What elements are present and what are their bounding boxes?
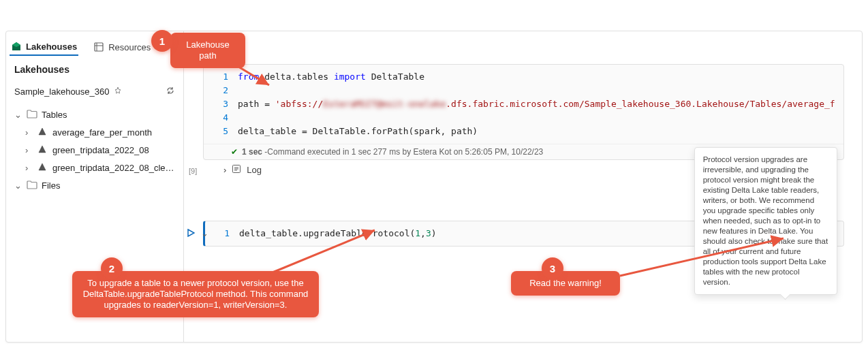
code-editor[interactable]: 1from delta.tables import DeltaTable 2 3…	[204, 65, 843, 144]
tab-label: Lakehouses	[26, 42, 77, 52]
chevron-down-icon: ⌄	[14, 180, 22, 191]
code-cell-1[interactable]: [9] 1from delta.tables import DeltaTable…	[203, 64, 844, 160]
folder-icon	[27, 180, 37, 191]
chevron-right-icon: ›	[25, 163, 33, 173]
delta-table-icon	[37, 127, 48, 138]
pin-icon[interactable]	[114, 86, 122, 97]
tree-node-table[interactable]: › green_tripdata_2022_08_cleans...	[6, 159, 183, 176]
folder-icon	[27, 109, 37, 120]
log-icon	[232, 164, 241, 176]
callout-3: Read the warning!	[511, 271, 620, 296]
callout-badge-3: 3	[542, 257, 563, 279]
chevron-down-icon: ⌄	[14, 110, 22, 120]
tree: ⌄ Tables › average_fare_per_month › gree…	[6, 103, 183, 197]
chevron-right-icon: ›	[25, 145, 33, 155]
tree-node-files[interactable]: ⌄ Files	[6, 176, 183, 194]
tree-node-tables[interactable]: ⌄ Tables	[6, 106, 183, 123]
warning-tooltip: Protocol version upgrades are irreversib…	[694, 147, 837, 295]
sidebar-heading: Lakehouses	[6, 59, 183, 80]
lakehouse-icon	[11, 41, 22, 52]
callout-badge-2: 2	[101, 257, 123, 279]
lakehouse-name-text: Sample_lakehouse_360	[14, 86, 110, 97]
tree-node-table[interactable]: › average_fare_per_month	[6, 123, 183, 141]
check-icon: ✔	[231, 147, 238, 157]
svg-rect-0	[95, 43, 103, 51]
lakehouse-selector[interactable]: Sample_lakehouse_360	[6, 80, 183, 103]
tab-label: Resources	[108, 42, 151, 52]
tree-node-table[interactable]: › green_tripdata_2022_08	[6, 141, 183, 159]
run-dropdown[interactable]: ⌄	[198, 227, 211, 239]
callout-badge-1: 1	[151, 30, 173, 52]
delta-table-icon	[37, 144, 48, 155]
tree-label: average_fare_per_month	[52, 127, 152, 138]
tree-label: Tables	[42, 110, 67, 120]
cell-run-controls: ⌄	[185, 227, 211, 239]
resources-icon	[93, 42, 104, 52]
tree-label: Files	[42, 180, 60, 191]
chevron-right-icon: ›	[223, 165, 226, 175]
sidebar-tabs: Lakehouses Resources	[10, 33, 152, 61]
tab-resources[interactable]: Resources	[92, 39, 152, 55]
log-label: Log	[247, 165, 262, 175]
delta-table-icon	[37, 162, 48, 173]
tab-lakehouses[interactable]: Lakehouses	[10, 38, 78, 56]
chevron-right-icon: ›	[25, 127, 33, 138]
run-button[interactable]	[185, 227, 197, 239]
callout-1: Lakehouse path	[170, 33, 245, 68]
refresh-icon[interactable]	[166, 86, 175, 97]
tree-label: green_tripdata_2022_08	[52, 145, 149, 155]
tree-label: green_tripdata_2022_08_cleans...	[52, 163, 175, 173]
cell-exec-count: [9]	[189, 167, 197, 175]
